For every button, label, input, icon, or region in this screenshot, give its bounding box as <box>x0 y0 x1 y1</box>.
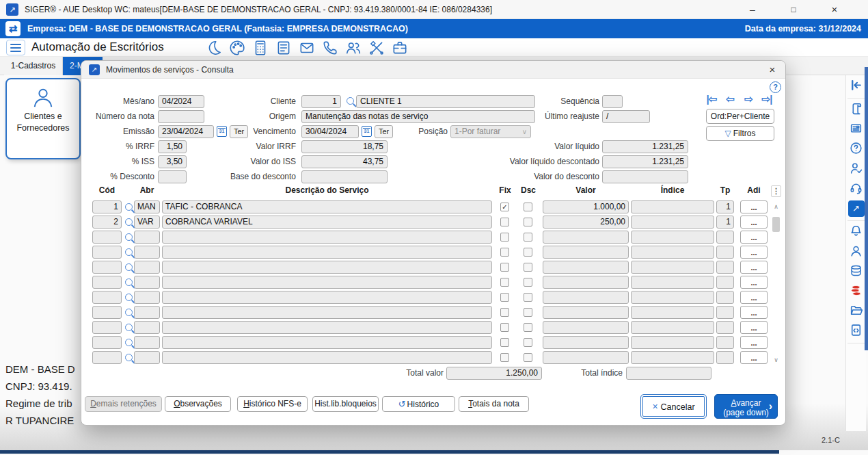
tools-icon[interactable] <box>368 39 385 57</box>
menu-hamburger-icon[interactable] <box>6 40 25 55</box>
iss-pct-input[interactable]: 3,50 <box>158 155 187 168</box>
briefcase-icon[interactable] <box>391 39 409 57</box>
database-icon[interactable] <box>848 263 865 280</box>
fix-checkbox[interactable] <box>500 278 509 287</box>
help-circle-icon[interactable] <box>848 141 865 157</box>
search-icon[interactable] <box>347 97 354 105</box>
row-cod-input[interactable] <box>92 246 122 259</box>
irrf-pct-input[interactable]: 1,50 <box>158 140 187 153</box>
adi-button[interactable]: ... <box>740 351 768 364</box>
row-tp-input[interactable]: 1 <box>716 216 734 229</box>
row-abr-input[interactable] <box>134 246 160 259</box>
dialog-help-icon[interactable]: ? <box>770 81 781 93</box>
scrollbar-thumb[interactable] <box>772 217 780 232</box>
file-code-icon[interactable] <box>848 323 865 339</box>
row-valor-input[interactable] <box>543 351 629 364</box>
palette-icon[interactable] <box>228 39 246 57</box>
fix-checkbox[interactable] <box>500 233 509 242</box>
dsc-checkbox[interactable] <box>524 293 532 302</box>
cancel-button[interactable]: ×Cancelar <box>640 394 707 419</box>
active-module-shortcut-icon[interactable]: ↗ <box>848 200 865 217</box>
row-tp-input[interactable] <box>716 231 734 244</box>
row-valor-input[interactable] <box>543 291 629 304</box>
calculator-icon[interactable] <box>252 39 269 57</box>
row-abr-input[interactable] <box>134 261 160 274</box>
row-abr-input[interactable] <box>134 231 160 244</box>
row-abr-input[interactable]: VAR <box>134 216 160 229</box>
fix-checkbox[interactable] <box>500 353 509 362</box>
row-desc-input[interactable] <box>162 276 492 289</box>
numero-nota-input[interactable] <box>158 110 204 123</box>
tab-cadastros[interactable]: 1-Cadastros <box>4 57 63 75</box>
collapse-left-icon[interactable] <box>848 78 865 94</box>
adi-button[interactable]: ... <box>740 291 768 304</box>
row-indice-input[interactable] <box>631 321 714 334</box>
row-indice-input[interactable] <box>631 306 714 319</box>
valor-desconto-field[interactable] <box>602 170 688 183</box>
row-cod-input[interactable] <box>92 261 122 274</box>
row-cod-input[interactable] <box>92 276 122 289</box>
row-abr-input[interactable] <box>134 321 160 334</box>
search-icon[interactable] <box>125 278 133 286</box>
row-desc-input[interactable] <box>162 306 492 319</box>
row-cod-input[interactable] <box>92 321 122 334</box>
row-desc-input[interactable] <box>162 336 492 349</box>
nav-next-icon[interactable]: ⇨ <box>740 92 757 106</box>
adi-button[interactable]: ... <box>740 200 768 213</box>
row-indice-input[interactable] <box>631 246 714 259</box>
fix-checkbox[interactable]: ✓ <box>500 203 509 211</box>
row-abr-input[interactable]: MAN <box>134 200 160 213</box>
shortcut-card-clientes[interactable]: Clientes e Fornecedores <box>5 78 81 159</box>
dialog-close-icon[interactable]: × <box>766 64 778 76</box>
row-desc-input[interactable] <box>162 246 492 259</box>
adi-button[interactable]: ... <box>740 276 768 289</box>
adi-button[interactable]: ... <box>740 216 768 229</box>
row-cod-input[interactable] <box>92 336 122 349</box>
row-valor-input[interactable] <box>543 246 629 259</box>
row-indice-input[interactable] <box>631 336 714 349</box>
adi-button[interactable]: ... <box>740 321 768 334</box>
row-cod-input[interactable] <box>92 291 122 304</box>
row-tp-input[interactable] <box>716 261 734 274</box>
fix-checkbox[interactable] <box>500 293 509 302</box>
coins-icon[interactable] <box>848 283 865 300</box>
row-valor-input[interactable] <box>543 321 629 334</box>
demais-retencoes-button[interactable]: Demais retenções <box>85 396 162 412</box>
row-valor-input[interactable] <box>543 261 629 274</box>
row-indice-input[interactable] <box>631 291 714 304</box>
filters-button[interactable]: ▽Filtros <box>706 126 774 141</box>
row-valor-input[interactable]: 1.000,00 <box>543 200 629 213</box>
row-desc-input[interactable] <box>162 291 492 304</box>
row-tp-input[interactable] <box>716 351 734 364</box>
row-abr-input[interactable] <box>134 306 160 319</box>
moon-icon[interactable] <box>205 39 223 57</box>
headset-icon[interactable] <box>848 181 865 197</box>
search-icon[interactable] <box>125 354 133 361</box>
search-icon[interactable] <box>125 309 133 316</box>
phone-icon[interactable] <box>321 39 339 57</box>
adi-button[interactable]: ... <box>740 246 768 259</box>
row-cod-input[interactable] <box>92 231 122 244</box>
row-valor-input[interactable]: 250,00 <box>543 216 629 229</box>
totais-da-nota-button[interactable]: Totais da nota <box>459 396 529 412</box>
close-icon[interactable]: × <box>819 0 850 19</box>
row-tp-input[interactable] <box>716 291 734 304</box>
row-tp-input[interactable] <box>716 336 734 349</box>
valor-liquido-field[interactable]: 1.231,25 <box>602 140 688 153</box>
ultimo-reajuste-input[interactable]: / <box>602 110 650 123</box>
search-icon[interactable] <box>125 339 133 346</box>
search-icon[interactable] <box>125 203 133 211</box>
calendar-icon[interactable]: 31 <box>217 126 227 137</box>
adi-button[interactable]: ... <box>740 231 768 244</box>
bell-icon[interactable] <box>848 224 865 240</box>
order-button[interactable]: Ord:Per+Cliente <box>706 109 774 124</box>
row-cod-input[interactable]: 1 <box>92 200 122 213</box>
notes-icon[interactable] <box>275 39 293 57</box>
folder-open-icon[interactable] <box>848 303 865 320</box>
adi-button[interactable]: ... <box>740 306 768 319</box>
cliente-code-input[interactable]: 1 <box>301 95 341 108</box>
row-tp-input[interactable]: 1 <box>716 200 734 213</box>
row-indice-input[interactable] <box>631 261 714 274</box>
row-desc-input[interactable]: COBRANCA VARIAVEL <box>162 216 492 229</box>
row-tp-input[interactable] <box>716 246 734 259</box>
